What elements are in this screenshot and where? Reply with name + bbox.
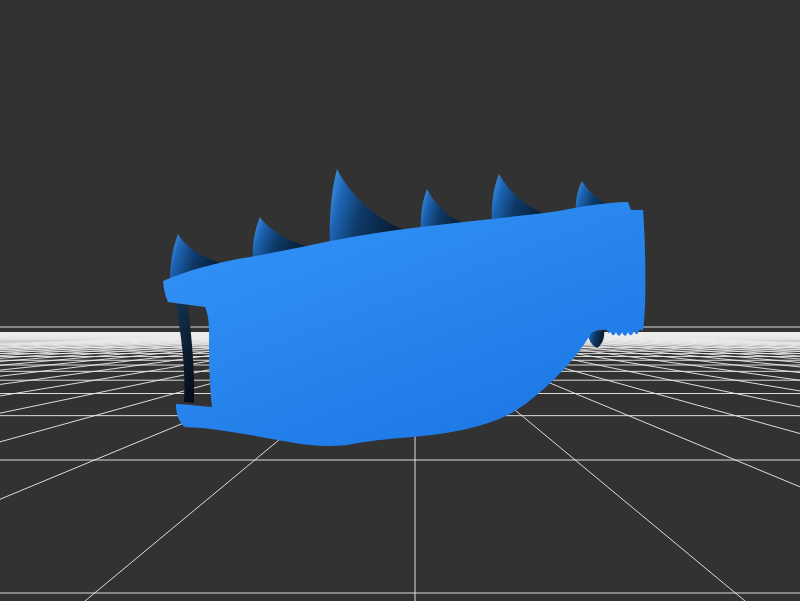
creature-model[interactable] [0, 0, 800, 601]
mouth-interior [176, 304, 194, 403]
creature-body[interactable] [163, 202, 645, 446]
3d-viewport[interactable] [0, 0, 800, 601]
